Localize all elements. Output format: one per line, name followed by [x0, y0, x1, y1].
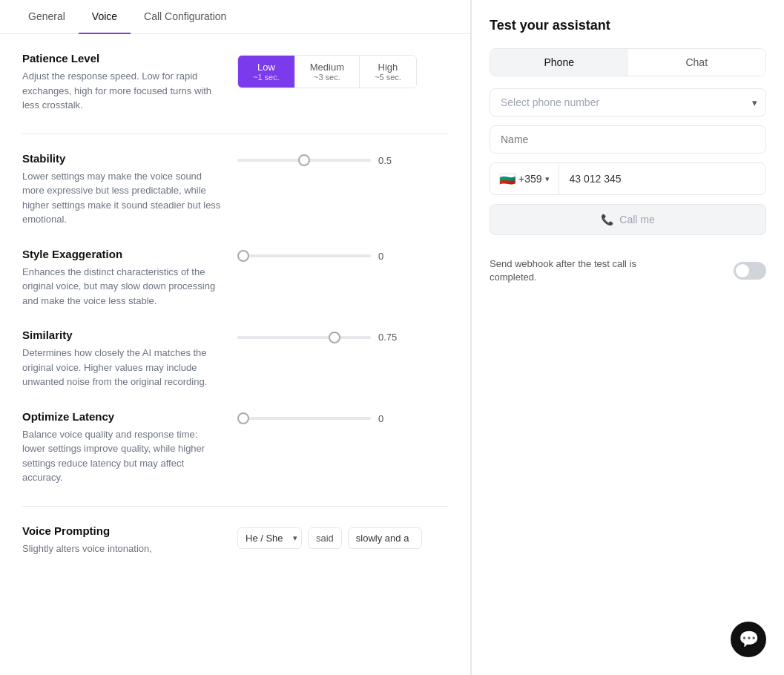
optimize-latency-desc: Balance voice quality and response time:… [22, 427, 223, 485]
chat-toggle-btn[interactable]: Chat [628, 49, 766, 76]
optimize-latency-info: Optimize Latency Balance voice quality a… [22, 410, 223, 485]
voice-prompting-desc: Slightly alters voice intonation, [22, 541, 223, 556]
divider-2 [22, 506, 448, 507]
voice-prompting-row: He / She He She said [237, 527, 422, 549]
tab-voice[interactable]: Voice [79, 0, 131, 34]
webhook-row: Send webhook after the test call is comp… [490, 250, 766, 284]
stability-desc: Lower settings may make the voice sound … [22, 169, 223, 227]
country-code: +359 [518, 173, 542, 185]
style-exaggeration-section: Style Exaggeration Enhances the distinct… [22, 248, 448, 309]
flag-icon: 🇧🇬 [499, 171, 515, 187]
optimize-latency-section: Optimize Latency Balance voice quality a… [22, 410, 448, 485]
said-label: said [308, 527, 342, 549]
patience-medium-btn[interactable]: Medium ~3 sec. [295, 56, 360, 88]
similarity-desc: Determines how closely the AI matches th… [22, 346, 223, 389]
webhook-toggle[interactable] [734, 262, 766, 280]
pronoun-select-wrapper: He / She He She [237, 527, 302, 549]
optimize-latency-control: 0 [237, 410, 448, 424]
patience-level-control: Low ~1 sec. Medium ~3 sec. High ~5 sec. [237, 52, 448, 88]
flag-code-selector[interactable]: 🇧🇬 +359 ▾ [490, 163, 559, 194]
left-panel: General Voice Call Configuration Patienc… [0, 0, 471, 675]
tab-call-configuration[interactable]: Call Configuration [131, 0, 240, 34]
divider-1 [22, 134, 448, 134]
phone-call-icon: 📞 [601, 214, 613, 225]
similarity-title: Similarity [22, 329, 223, 341]
stability-control: 0.5 [237, 152, 448, 166]
patience-low-btn[interactable]: Low ~1 sec. [238, 56, 295, 88]
patience-level-info: Patience Level Adjust the response speed… [22, 52, 223, 113]
name-input[interactable] [490, 125, 766, 154]
toggle-track [734, 262, 766, 280]
patience-buttons: Low ~1 sec. Medium ~3 sec. High ~5 sec. [237, 55, 417, 88]
patience-high-btn[interactable]: High ~5 sec. [360, 56, 416, 88]
chat-bubble[interactable]: 💬 [731, 622, 766, 657]
phone-number-input[interactable] [559, 165, 765, 192]
chat-bubble-icon: 💬 [739, 630, 759, 649]
right-panel: Test your assistant Phone Chat Select ph… [471, 0, 784, 675]
voice-prompting-info: Voice Prompting Slightly alters voice in… [22, 524, 223, 556]
style-exaggeration-slider[interactable] [237, 254, 371, 257]
style-exaggeration-desc: Enhances the distinct characteristics of… [22, 265, 223, 309]
patience-level-title: Patience Level [22, 52, 223, 65]
optimize-latency-slider[interactable] [237, 417, 371, 420]
style-exaggeration-info: Style Exaggeration Enhances the distinct… [22, 248, 223, 309]
call-me-label: Call me [619, 214, 654, 225]
chevron-down-icon: ▾ [545, 174, 550, 184]
similarity-control: 0.75 [237, 329, 448, 343]
stability-title: Stability [22, 152, 223, 165]
phone-select-wrapper: Select phone number [490, 88, 766, 116]
phone-number-select[interactable]: Select phone number [490, 88, 766, 116]
call-me-button[interactable]: 📞 Call me [490, 204, 766, 235]
voice-prompting-title: Voice Prompting [22, 524, 223, 537]
tabs-bar: General Voice Call Configuration [0, 0, 470, 34]
stability-slider[interactable] [237, 159, 371, 162]
stability-section: Stability Lower settings may make the vo… [22, 152, 448, 227]
similarity-value: 0.75 [378, 332, 401, 343]
optimize-latency-value: 0 [378, 413, 401, 424]
patience-level-desc: Adjust the response speed. Low for rapid… [22, 69, 223, 113]
similarity-info: Similarity Determines how closely the AI… [22, 329, 223, 389]
phone-input-row: 🇧🇬 +359 ▾ [490, 162, 766, 195]
phone-chat-toggle: Phone Chat [490, 48, 766, 76]
main-content: Patience Level Adjust the response speed… [0, 34, 470, 675]
similarity-section: Similarity Determines how closely the AI… [22, 329, 448, 389]
style-exaggeration-value: 0 [378, 251, 401, 262]
pronoun-select[interactable]: He / She He She [237, 527, 302, 549]
similarity-slider[interactable] [237, 336, 371, 339]
voice-prompting-control: He / She He She said [237, 524, 448, 549]
patience-level-section: Patience Level Adjust the response speed… [22, 52, 448, 113]
phone-toggle-btn[interactable]: Phone [490, 49, 628, 76]
voice-prompting-section: Voice Prompting Slightly alters voice in… [22, 524, 448, 556]
stability-value: 0.5 [378, 155, 401, 166]
slowly-input[interactable] [348, 527, 422, 549]
right-panel-title: Test your assistant [490, 18, 766, 33]
stability-info: Stability Lower settings may make the vo… [22, 152, 223, 227]
style-exaggeration-title: Style Exaggeration [22, 248, 223, 260]
optimize-latency-title: Optimize Latency [22, 410, 223, 423]
tab-general[interactable]: General [15, 0, 79, 34]
webhook-label: Send webhook after the test call is comp… [490, 257, 668, 284]
style-exaggeration-control: 0 [237, 248, 448, 262]
